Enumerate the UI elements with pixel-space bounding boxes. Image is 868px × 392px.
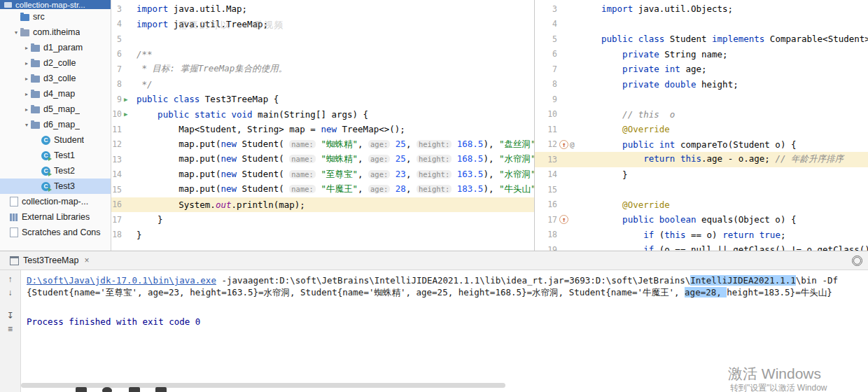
- tree-item-d6-map-[interactable]: ▾d6_map_: [0, 117, 111, 132]
- expand-chevron-icon[interactable]: ▸: [22, 91, 31, 97]
- line-number: 6: [111, 49, 122, 59]
- scroll-to-end-icon[interactable]: ↧: [6, 312, 13, 320]
- code-text: Map<Student, String> map = new TreeMap<>…: [136, 124, 534, 134]
- code-line-18[interactable]: 18}: [111, 227, 534, 243]
- code-line-14[interactable]: 14 map.put(new Student( name: "至尊宝", age…: [111, 167, 534, 183]
- expand-chevron-icon[interactable]: ▸: [22, 76, 31, 82]
- code-line-4[interactable]: 4: [535, 17, 868, 32]
- expand-chevron-icon[interactable]: ▾: [12, 29, 20, 36]
- tree-item-src[interactable]: src: [0, 9, 111, 24]
- soft-wrap-icon[interactable]: ≡: [8, 325, 13, 333]
- line-number: 7: [535, 64, 557, 74]
- horizontal-scrollbar[interactable]: [21, 383, 505, 388]
- line-number: 5: [535, 34, 557, 44]
- code-line-19[interactable]: 19 if (o == null || getClass() != o.getC…: [535, 242, 868, 251]
- code-line-6[interactable]: 6 private String name;: [535, 47, 868, 62]
- tree-item-label: d2_colle: [43, 58, 76, 68]
- line-number: 11: [535, 125, 557, 134]
- overrides-method-icon[interactable]: ↑: [559, 215, 568, 224]
- tree-item-label: d1_param: [43, 43, 83, 52]
- close-icon[interactable]: ×: [84, 255, 89, 265]
- code-line-12[interactable]: 12↑@ public int compareTo(Student o) {: [535, 137, 868, 153]
- code-text: private String name;: [580, 49, 868, 59]
- scratch-icon: [10, 227, 18, 237]
- tree-item-test2[interactable]: CTest2: [0, 163, 111, 178]
- code-line-13[interactable]: 13 return this.age - o.age; // 年龄升序排序: [535, 152, 868, 167]
- code-line-8[interactable]: 8 private double height;: [535, 77, 868, 92]
- code-line-6[interactable]: 6/**: [111, 47, 534, 62]
- tree-item-d2-colle[interactable]: ▸d2_colle: [0, 55, 111, 71]
- console-output-line: {Student{name='至尊宝', age=23, height=163.…: [27, 286, 868, 298]
- line-number: 14: [111, 169, 122, 179]
- folder-icon: [31, 60, 40, 67]
- code-line-4[interactable]: 4import java.util.TreeMap;: [111, 17, 534, 32]
- code-line-15[interactable]: 15 map.put(new Student( name: "牛魔王", age…: [111, 182, 534, 197]
- code-line-15[interactable]: 15: [535, 182, 868, 197]
- editor-test3treemap[interactable]: 3import java.util.Map;4import java.util.…: [111, 0, 535, 251]
- code-line-16[interactable]: 16 @Override: [535, 197, 868, 213]
- console-command-line: D:\soft\Java\jdk-17.0.1\bin\java.exe -ja…: [27, 274, 868, 286]
- project-root-item[interactable]: collection-map-str...: [0, 0, 111, 9]
- code-line-11[interactable]: 11 Map<Student, String> map = new TreeMa…: [111, 122, 534, 137]
- code-line-9[interactable]: 9: [535, 92, 868, 107]
- tree-item-d5-map-[interactable]: ▸d5_map_: [0, 102, 111, 117]
- code-line-17[interactable]: 17↑ public boolean equals(Object o) {: [535, 212, 868, 227]
- console-output-area[interactable]: D:\soft\Java\jdk-17.0.1\bin\java.exe -ja…: [21, 270, 868, 392]
- selected-text: age=28,: [685, 287, 727, 298]
- code-line-5[interactable]: 5public class Student implements Compara…: [535, 31, 868, 47]
- java-exe-link[interactable]: D:\soft\Java\jdk-17.0.1\bin\java.exe: [27, 275, 216, 286]
- lib-icon: [10, 214, 18, 221]
- tree-item-d3-colle[interactable]: ▸d3_colle: [0, 71, 111, 86]
- editor-student[interactable]: 3import java.util.Objects;45public class…: [535, 0, 868, 251]
- line-number: 12: [535, 139, 557, 149]
- run-button-icon[interactable]: ▶: [124, 111, 127, 118]
- code-line-3[interactable]: 3import java.util.Objects;: [535, 1, 868, 17]
- code-line-7[interactable]: 7 private int age;: [535, 62, 868, 77]
- code-line-10[interactable]: 10 // this o: [535, 107, 868, 122]
- gear-icon[interactable]: [852, 255, 862, 266]
- code-line-16[interactable]: 16 System.out.println(map);: [111, 197, 534, 213]
- tree-item-scratches-and-cons[interactable]: Scratches and Cons: [0, 225, 111, 240]
- code-line-3[interactable]: 3import java.util.Map;: [111, 1, 534, 17]
- code-line-17[interactable]: 17 }: [111, 212, 534, 227]
- code-line-8[interactable]: 8 */: [111, 77, 534, 92]
- code-line-18[interactable]: 18 if (this == o) return true;: [535, 227, 868, 243]
- expand-chevron-icon[interactable]: ▸: [22, 45, 31, 51]
- overrides-method-icon[interactable]: ↑: [559, 140, 568, 149]
- navigate-next-occurrence-icon[interactable]: ↓: [8, 288, 13, 297]
- code-line-7[interactable]: 7 * 目标: 掌握TreeMap集合的使用。: [111, 62, 534, 77]
- expand-chevron-icon[interactable]: ▸: [22, 106, 31, 113]
- code-line-14[interactable]: 14 }: [535, 167, 868, 183]
- file-icon: [10, 197, 18, 206]
- line-number: 17: [111, 215, 122, 225]
- line-number: 9: [111, 94, 122, 104]
- expand-chevron-icon[interactable]: ▸: [22, 60, 31, 66]
- code-text: }: [136, 230, 534, 240]
- tree-item-test1[interactable]: CTest1: [0, 148, 111, 163]
- code-text: if (o == null || getClass() != o.getClas…: [580, 244, 868, 251]
- expand-chevron-icon[interactable]: ▾: [22, 122, 31, 128]
- code-line-11[interactable]: 11 @Override: [535, 122, 868, 137]
- code-line-13[interactable]: 13 map.put(new Student( name: "蜘蛛精", age…: [111, 152, 534, 167]
- tree-item-d1-param[interactable]: ▸d1_param: [0, 40, 111, 55]
- tree-item-test3[interactable]: CTest3: [0, 178, 111, 194]
- run-button-icon[interactable]: ▶: [124, 96, 127, 103]
- tree-item-student[interactable]: CStudent: [0, 132, 111, 148]
- navigate-previous-occurrence-icon[interactable]: ↑: [8, 275, 13, 284]
- code-text: import java.util.Map;: [136, 4, 534, 14]
- gutter-icons: ↑@: [557, 140, 580, 149]
- code-line-5[interactable]: 5: [111, 31, 534, 47]
- code-line-10[interactable]: 10▶ public static void main(String[] arg…: [111, 107, 534, 122]
- line-number: 18: [111, 230, 122, 239]
- tree-item-external-libraries[interactable]: External Libraries: [0, 209, 111, 225]
- line-number: 13: [111, 155, 122, 164]
- line-number: 16: [111, 200, 122, 209]
- code-line-9[interactable]: 9▶public class Test3TreeMap {: [111, 92, 534, 107]
- run-tab-test3treemap[interactable]: Test3TreeMap ×: [6, 251, 93, 270]
- tree-item-collection-map-[interactable]: collection-map-...: [0, 194, 111, 209]
- code-line-12[interactable]: 12 map.put(new Student( name: "蜘蛛精", age…: [111, 137, 534, 153]
- tree-item-d4-map[interactable]: ▸d4_map: [0, 86, 111, 102]
- tree-item-com-itheima[interactable]: ▾com.itheima: [0, 24, 111, 40]
- code-text: */: [136, 79, 534, 90]
- line-number: 15: [111, 185, 122, 195]
